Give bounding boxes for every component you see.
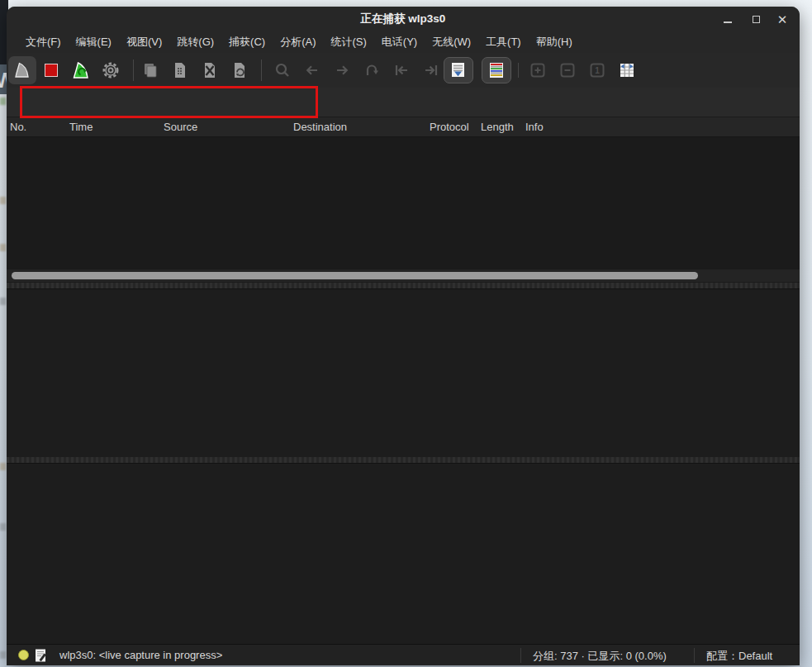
note-pencil-icon: [35, 649, 48, 662]
column-destination[interactable]: Destination: [293, 121, 347, 133]
menu-item-telephony[interactable]: 电话(Y): [374, 32, 425, 52]
pane-splitter[interactable]: [7, 283, 800, 288]
go-to-packet-icon: [362, 60, 382, 80]
minimize-icon: [724, 21, 732, 23]
resize-columns-button[interactable]: [617, 60, 637, 80]
scrollbar-thumb[interactable]: [12, 272, 698, 279]
expert-info-icon[interactable]: [18, 650, 29, 660]
column-source[interactable]: Source: [164, 121, 197, 133]
auto-scroll-icon: [449, 60, 468, 80]
menu-item-view[interactable]: 视图(V): [119, 32, 169, 52]
start-capture-button[interactable]: [8, 56, 36, 84]
colorize-icon: [487, 60, 506, 80]
zoom-100-button[interactable]: 1: [587, 60, 607, 80]
close-capture-file-button[interactable]: [200, 60, 220, 80]
menu-item-capture[interactable]: 捕获(C): [221, 32, 273, 52]
go-first-packet-button[interactable]: [392, 60, 411, 80]
window-title: 正在捕获 wlp3s0: [7, 12, 800, 26]
status-separator: [694, 648, 695, 663]
arrow-right-icon: [332, 60, 352, 80]
desktop-noise: [0, 197, 6, 204]
status-capture-text: wlp3s0: <live capture in progress>: [59, 649, 222, 661]
first-packet-icon: [392, 60, 411, 80]
desktop: W 正在捕获 wlp3s0 ✕ 文件(F) 编辑(E) 视图(V) 跳转(G) …: [0, 0, 812, 667]
menu-item-tools[interactable]: 工具(T): [478, 32, 529, 52]
status-profile[interactable]: 配置：Default: [706, 649, 772, 664]
desktop-noise: [0, 98, 6, 105]
wireshark-window: 正在捕获 wlp3s0 ✕ 文件(F) 编辑(E) 视图(V) 跳转(G) 捕获…: [7, 7, 800, 665]
restart-fin-icon: [71, 60, 91, 80]
maximize-button[interactable]: [748, 12, 763, 26]
main-toolbar: 1: [7, 53, 800, 88]
menu-item-file[interactable]: 文件(F): [18, 32, 69, 52]
status-bar: wlp3s0: <live capture in progress> 分组: 7…: [7, 644, 800, 665]
maximize-icon: [753, 16, 760, 23]
go-previous-packet-button[interactable]: [302, 60, 322, 80]
status-separator: [520, 648, 521, 663]
restart-capture-button[interactable]: [71, 60, 91, 80]
zoom-in-icon: [528, 60, 548, 80]
pane-splitter[interactable]: [7, 457, 800, 463]
colorize-packets-button[interactable]: [482, 57, 511, 83]
arrow-left-icon: [302, 60, 322, 80]
filter-toolbar: (sip or rtp )and ip.addr==192.168.1.3 an…: [7, 88, 800, 117]
zoom-out-button[interactable]: [558, 60, 577, 80]
auto-scroll-button[interactable]: [444, 57, 473, 83]
stop-capture-button[interactable]: [41, 60, 61, 80]
titlebar[interactable]: 正在捕获 wlp3s0 ✕: [7, 7, 800, 31]
menu-item-analyze[interactable]: 分析(A): [273, 32, 323, 52]
menu-item-help[interactable]: 帮助(H): [529, 32, 580, 52]
packet-list-pane[interactable]: [7, 137, 800, 283]
save-file-icon: [170, 60, 190, 80]
zoom-100-icon: 1: [587, 60, 607, 80]
close-button[interactable]: ✕: [775, 12, 790, 26]
toolbar-separator: [518, 63, 519, 78]
close-file-icon: [200, 60, 220, 80]
menu-item-wireless[interactable]: 无线(W): [425, 32, 478, 52]
go-last-packet-button[interactable]: [421, 60, 441, 80]
toolbar-separator: [133, 60, 134, 81]
find-packet-button[interactable]: [273, 60, 292, 80]
reload-file-icon: [230, 60, 249, 80]
menubar: 文件(F) 编辑(E) 视图(V) 跳转(G) 捕获(C) 分析(A) 统计(S…: [7, 31, 800, 53]
menu-item-statistics[interactable]: 统计(S): [323, 32, 373, 52]
menu-item-edit[interactable]: 编辑(E): [69, 32, 119, 52]
resize-columns-icon: [617, 60, 637, 80]
minimize-button[interactable]: [720, 12, 735, 26]
packet-bytes-pane[interactable]: [7, 463, 800, 644]
toolbar-separator: [261, 60, 262, 81]
zoom-out-icon: [558, 60, 577, 80]
desktop-noise: [0, 651, 6, 659]
last-packet-icon: [421, 60, 441, 80]
desktop-noise: [0, 298, 6, 305]
capture-options-button[interactable]: [101, 60, 121, 80]
status-packet-counts: 分组: 737 · 已显示: 0 (0.0%): [533, 649, 667, 664]
svg-text:1: 1: [595, 66, 600, 75]
column-info[interactable]: Info: [525, 121, 544, 133]
open-capture-file-button[interactable]: [140, 60, 160, 80]
capture-comment-icon[interactable]: [35, 649, 48, 662]
open-file-icon: [140, 60, 160, 80]
go-next-packet-button[interactable]: [332, 60, 352, 80]
save-capture-file-button[interactable]: [170, 60, 190, 80]
horizontal-scrollbar[interactable]: [7, 269, 800, 282]
desktop-noise: [0, 523, 6, 531]
desktop-noise: [0, 463, 6, 470]
column-no[interactable]: No.: [10, 121, 26, 133]
column-protocol[interactable]: Protocol: [430, 121, 469, 133]
gear-icon: [101, 60, 121, 80]
shark-fin-icon: [12, 60, 32, 80]
column-time[interactable]: Time: [69, 121, 93, 133]
reload-capture-file-button[interactable]: [230, 60, 249, 80]
zoom-in-button[interactable]: [528, 60, 548, 80]
stop-icon: [41, 60, 61, 80]
packet-list-header: No. Time Source Destination Protocol Len…: [7, 117, 800, 137]
desktop-noise: [0, 244, 6, 251]
packet-details-pane[interactable]: [7, 288, 800, 457]
search-icon: [273, 60, 292, 80]
column-length[interactable]: Length: [481, 121, 514, 133]
go-to-packet-button[interactable]: [362, 60, 382, 80]
menu-item-go[interactable]: 跳转(G): [169, 32, 221, 52]
close-icon: ✕: [777, 13, 788, 26]
